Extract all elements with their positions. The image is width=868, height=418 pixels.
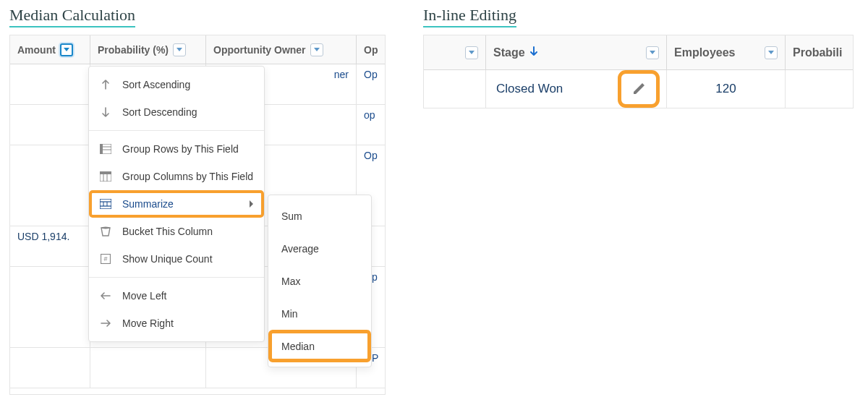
menu-separator xyxy=(89,130,264,131)
column-amount-label: Amount xyxy=(17,44,56,56)
inline-editing-section: In-line Editing Stage Employees xyxy=(423,6,856,108)
chevron-down-icon xyxy=(650,51,655,55)
cell-amount xyxy=(10,145,90,226)
summarize-submenu: Sum Average Max Min Median xyxy=(268,195,372,367)
menu-sort-descending[interactable]: Sort Descending xyxy=(89,98,264,126)
chevron-down-icon xyxy=(314,48,320,52)
cell-op: Op xyxy=(357,64,386,104)
cell-op: op xyxy=(357,105,386,145)
svg-point-13 xyxy=(101,227,110,229)
chevron-down-icon xyxy=(64,48,69,52)
report-grid-left: Amount Probability (%) Opportunity Owner… xyxy=(9,35,386,395)
menu-move-right[interactable]: Move Right xyxy=(89,310,264,337)
column-stage-label: Stage xyxy=(493,46,525,59)
submenu-median[interactable]: Median xyxy=(268,330,371,362)
column-employees-label: Employees xyxy=(674,46,735,59)
svg-rect-7 xyxy=(100,171,111,174)
rows-icon xyxy=(99,142,112,155)
cell-blank xyxy=(424,70,486,108)
pencil-icon xyxy=(631,82,646,96)
hash-icon: # xyxy=(99,252,112,265)
menu-label: Sum xyxy=(281,210,302,222)
menu-label: Summarize xyxy=(122,198,174,210)
menu-group-rows[interactable]: Group Rows by This Field xyxy=(89,135,264,163)
column-probability[interactable]: Probabili xyxy=(786,35,854,69)
table-row: Closed Won 120 xyxy=(424,70,853,108)
bucket-icon xyxy=(99,225,112,238)
chevron-right-icon xyxy=(250,198,254,210)
column-probability[interactable]: Probability (%) xyxy=(90,35,206,64)
svg-rect-3 xyxy=(100,144,103,154)
menu-label: Bucket This Column xyxy=(122,226,213,237)
chevron-down-icon xyxy=(176,48,182,52)
column-owner-label: Opportunity Owner xyxy=(213,44,306,56)
svg-text:#: # xyxy=(103,255,107,263)
report-grid-right: Stage Employees Probabili xyxy=(423,35,854,108)
column-blank[interactable] xyxy=(424,35,486,69)
columns-icon xyxy=(99,170,112,183)
chevron-down-icon xyxy=(469,51,475,55)
menu-label: Median xyxy=(281,341,315,352)
menu-summarize[interactable]: Summarize xyxy=(89,190,264,218)
cell-amount xyxy=(10,267,90,347)
menu-label: Group Columns by This Field xyxy=(122,171,253,182)
arrow-right-icon xyxy=(99,317,112,330)
column-probability-dropdown-button[interactable] xyxy=(173,43,186,56)
summarize-icon xyxy=(99,197,112,210)
column-stage[interactable]: Stage xyxy=(486,35,667,69)
inline-edit-button[interactable] xyxy=(621,74,656,104)
submenu-average[interactable]: Average xyxy=(268,232,371,265)
menu-unique-count[interactable]: # Show Unique Count xyxy=(89,245,264,273)
column-dropdown-menu: Sort Ascending Sort Descending Group Row… xyxy=(88,66,265,342)
menu-label: Show Unique Count xyxy=(122,253,213,265)
column-header-row: Stage Employees Probabili xyxy=(424,35,853,70)
menu-label: Min xyxy=(281,308,298,320)
column-header-row: Amount Probability (%) Opportunity Owner… xyxy=(10,35,385,64)
menu-move-left[interactable]: Move Left xyxy=(89,282,264,310)
column-amount[interactable]: Amount xyxy=(10,35,90,64)
column-stage-dropdown-button[interactable] xyxy=(646,46,659,59)
column-owner-dropdown-button[interactable] xyxy=(310,43,323,56)
column-op[interactable]: Op xyxy=(357,35,386,64)
section-title-right: In-line Editing xyxy=(423,6,516,27)
cell-stage-value: Closed Won xyxy=(496,82,563,96)
menu-sort-ascending[interactable]: Sort Ascending xyxy=(89,71,264,98)
menu-bucket-column[interactable]: Bucket This Column xyxy=(89,218,264,245)
median-calculation-section: Median Calculation Amount Probability (%… xyxy=(9,6,400,395)
menu-separator xyxy=(89,277,264,278)
cell-probability[interactable] xyxy=(786,70,854,108)
menu-label: Max xyxy=(281,276,300,287)
column-opportunity-owner[interactable]: Opportunity Owner xyxy=(206,35,357,64)
chevron-down-icon xyxy=(768,51,774,55)
column-probability-label: Probability (%) xyxy=(98,44,169,56)
cell-probability xyxy=(90,348,206,388)
submenu-max[interactable]: Max xyxy=(268,265,371,297)
menu-label: Sort Ascending xyxy=(122,79,190,90)
cell-amount: USD 1,914. xyxy=(10,226,90,266)
arrow-up-icon xyxy=(99,78,112,91)
arrow-left-icon xyxy=(99,289,112,302)
column-employees-dropdown-button[interactable] xyxy=(765,46,778,59)
column-employees[interactable]: Employees xyxy=(667,35,786,69)
menu-label: Sort Descending xyxy=(122,106,197,118)
column-blank-dropdown-button[interactable] xyxy=(465,46,478,59)
column-amount-dropdown-button[interactable] xyxy=(60,43,73,56)
arrow-down-icon xyxy=(99,106,112,119)
column-op-label: Op xyxy=(364,44,378,56)
sort-descending-icon xyxy=(529,46,538,59)
cell-stage[interactable]: Closed Won xyxy=(486,70,667,108)
menu-label: Move Left xyxy=(122,290,166,302)
cell-employees-value: 120 xyxy=(715,82,736,96)
svg-rect-8 xyxy=(100,199,111,209)
section-title-left: Median Calculation xyxy=(9,6,135,27)
menu-group-columns[interactable]: Group Columns by This Field xyxy=(89,163,264,190)
cell-amount xyxy=(10,348,90,388)
cell-amount xyxy=(10,64,90,104)
cell-employees[interactable]: 120 xyxy=(667,70,786,108)
menu-label: Average xyxy=(281,243,319,255)
submenu-min[interactable]: Min xyxy=(268,297,371,330)
cell-amount xyxy=(10,105,90,145)
column-probability-label: Probabili xyxy=(793,46,842,59)
submenu-sum[interactable]: Sum xyxy=(268,200,371,232)
menu-label: Group Rows by This Field xyxy=(122,143,239,155)
